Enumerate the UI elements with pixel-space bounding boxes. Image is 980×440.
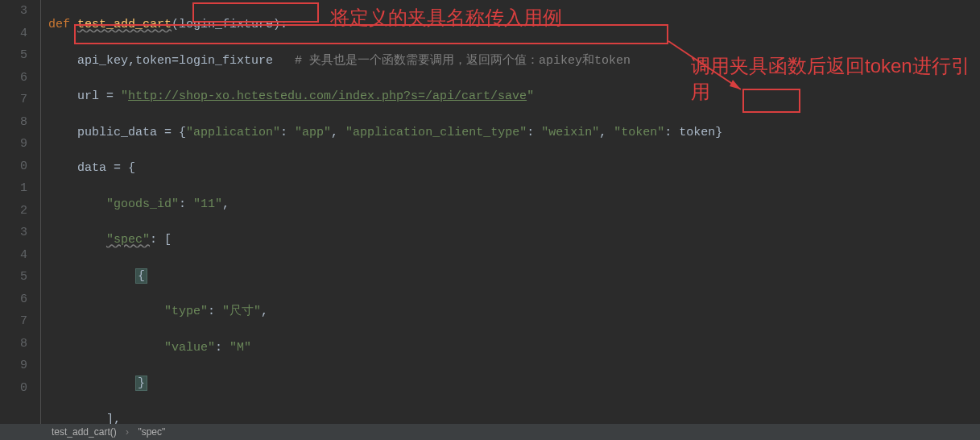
brace-highlight: } <box>135 376 147 391</box>
fold-column <box>37 0 48 424</box>
code-line[interactable]: public_data = {"application": "app", "ap… <box>48 122 980 144</box>
code-line[interactable]: url = "http://shop-xo.hctestedu.com/inde… <box>48 85 980 108</box>
code-line[interactable]: { <box>48 265 980 288</box>
code-editor[interactable]: 3 4 5 6 7 8 9 0 1 2 3 4 5 6 7 8 9 0 def … <box>0 0 980 424</box>
code-area[interactable]: def test_add_cart(login_fixture): api_ke… <box>48 0 980 424</box>
code-line[interactable]: "value": "M" <box>48 337 980 359</box>
brace-highlight: { <box>135 268 147 284</box>
code-line[interactable]: } <box>48 372 980 395</box>
breadcrumb-bar[interactable]: test_add_cart() › "spec" <box>0 424 980 440</box>
code-line[interactable]: data = { <box>48 157 980 180</box>
code-line[interactable]: def test_add_cart(login_fixture): <box>48 14 980 36</box>
breadcrumb-item[interactable]: "spec" <box>138 426 165 438</box>
breadcrumb-item[interactable]: test_add_cart() <box>52 426 117 438</box>
line-gutter: 3 4 5 6 7 8 9 0 1 2 3 4 5 6 7 8 9 0 <box>0 0 37 424</box>
code-line[interactable]: api_key,token=login_fixture # 夹具也是一个函数需要… <box>48 50 980 73</box>
code-line[interactable]: "type": "尺寸", <box>48 301 980 323</box>
code-line[interactable]: "goods_id": "11", <box>48 193 980 216</box>
chevron-right-icon: › <box>126 426 129 438</box>
code-line[interactable]: "spec": [ <box>48 229 980 251</box>
